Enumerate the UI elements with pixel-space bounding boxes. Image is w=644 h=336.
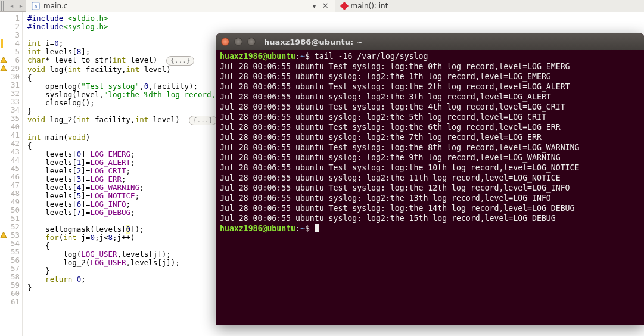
nav-right-icon[interactable]: ▸ xyxy=(17,1,26,10)
code-line[interactable]: log(LOG_USER,levels[j]); xyxy=(27,250,225,259)
c-file-icon: c xyxy=(32,2,40,10)
code-line[interactable]: #include <stdio.h> xyxy=(27,14,225,23)
line-number[interactable]: 45 xyxy=(0,164,20,173)
code-line[interactable] xyxy=(27,300,225,309)
code-line[interactable] xyxy=(27,31,225,39)
line-number[interactable]: 54 xyxy=(0,239,20,248)
code-line[interactable]: levels[6]=LOG_INFO; xyxy=(27,200,225,209)
line-number[interactable]: 57 xyxy=(0,265,20,273)
code-line[interactable]: int levels[8]; xyxy=(27,48,225,56)
nav-left-icon[interactable]: ◂ xyxy=(7,1,17,10)
code-line[interactable]: levels[2]=LOG_CRIT; xyxy=(27,167,225,175)
code-area[interactable]: #include <stdio.h>#include<syslog.h> int… xyxy=(23,12,225,336)
code-line[interactable]: log_2(LOG_USER,levels[j]); xyxy=(27,259,225,267)
line-number[interactable]: 33 xyxy=(0,98,20,106)
diamond-icon xyxy=(340,1,348,10)
terminal-title: huaxz1986@ubuntu: ~ xyxy=(264,38,363,46)
warning-icon xyxy=(0,56,7,63)
line-number[interactable]: 61 xyxy=(0,298,20,306)
svg-marker-3 xyxy=(1,65,7,71)
line-number[interactable]: 44 xyxy=(0,156,20,164)
code-line[interactable]: void log(int facility,int level) xyxy=(27,66,225,74)
code-line[interactable]: #include<syslog.h> xyxy=(27,23,225,31)
tab-file-main-c[interactable]: c main.c ▾ ✕ xyxy=(26,0,335,12)
line-number[interactable]: 40 xyxy=(0,123,20,131)
svg-marker-2 xyxy=(1,57,7,63)
line-number[interactable]: 32 xyxy=(0,89,20,98)
line-number[interactable]: 31 xyxy=(0,81,20,89)
line-number[interactable]: 47 xyxy=(0,181,20,189)
code-line[interactable]: } xyxy=(27,284,225,292)
editor-tab-bar: ◂ ▸ c main.c ▾ ✕ main(): int xyxy=(0,0,644,12)
line-number[interactable]: 52 xyxy=(0,223,20,231)
tab-close-icon[interactable]: ✕ xyxy=(322,1,329,10)
code-line[interactable]: levels[3]=LOG_ERR; xyxy=(27,175,225,183)
terminal-cursor xyxy=(315,224,319,232)
tab-symbol-label: main(): int xyxy=(351,2,388,10)
code-line[interactable]: levels[4]=LOG_WARNING; xyxy=(27,183,225,192)
line-number[interactable]: 29 xyxy=(0,64,20,73)
window-maximize-icon[interactable] xyxy=(247,38,256,46)
code-line[interactable]: int main(void) xyxy=(27,133,225,142)
terminal-body[interactable]: huaxz1986@ubuntu:~$ tail -16 /var/log/sy… xyxy=(216,50,644,235)
code-line[interactable] xyxy=(27,125,225,133)
code-line[interactable]: openlog("Test syslog",0,facility); xyxy=(27,82,225,91)
code-line[interactable]: { xyxy=(27,74,225,82)
code-line[interactable]: return 0; xyxy=(27,275,225,284)
line-number[interactable]: 41 xyxy=(0,131,20,139)
line-number[interactable]: 50 xyxy=(0,206,20,214)
code-line[interactable]: } xyxy=(27,107,225,116)
line-number[interactable]: 34 xyxy=(0,106,20,114)
line-number[interactable]: 58 xyxy=(0,273,20,281)
code-line[interactable]: void log_2(int facility,int level) {...} xyxy=(27,116,225,125)
code-line[interactable]: levels[7]=LOG_DEBUG; xyxy=(27,209,225,217)
code-line[interactable]: levels[1]=LOG_ALERT; xyxy=(27,158,225,167)
code-line[interactable]: setlogmask(levels[0]); xyxy=(27,225,225,234)
code-line[interactable]: int i=0; xyxy=(27,39,225,48)
code-line[interactable] xyxy=(27,292,225,300)
line-number[interactable]: 43 xyxy=(0,148,20,156)
line-number-gutter[interactable]: 1234562930313233343540414243444546474849… xyxy=(0,12,23,336)
line-number[interactable]: 49 xyxy=(0,198,20,206)
line-number[interactable]: 55 xyxy=(0,248,20,256)
code-line[interactable]: levels[5]=LOG_NOTICE; xyxy=(27,192,225,200)
code-line[interactable]: closelog(); xyxy=(27,99,225,107)
code-line[interactable]: for(int j=0;j<8;j++) xyxy=(27,234,225,242)
line-number[interactable]: 6 xyxy=(0,56,20,64)
line-number[interactable]: 1 xyxy=(0,14,20,23)
code-line[interactable]: char* level_to_str(int level) {...} xyxy=(27,56,225,66)
code-line[interactable]: } xyxy=(27,267,225,275)
line-number[interactable]: 4 xyxy=(0,39,20,48)
code-line[interactable]: { xyxy=(27,142,225,150)
line-number[interactable]: 59 xyxy=(0,281,20,290)
terminal-titlebar[interactable]: huaxz1986@ubuntu: ~ xyxy=(216,33,644,50)
code-line[interactable]: levels[0]=LOG_EMERG; xyxy=(27,150,225,158)
window-close-icon[interactable] xyxy=(221,38,229,46)
code-line[interactable]: { xyxy=(27,242,225,250)
warning-icon xyxy=(0,64,7,71)
line-number[interactable]: 51 xyxy=(0,214,20,223)
svg-marker-4 xyxy=(1,232,7,238)
line-number[interactable]: 5 xyxy=(0,48,20,56)
window-minimize-icon[interactable] xyxy=(234,38,242,46)
svg-text:c: c xyxy=(35,3,38,9)
tabbar-grip[interactable] xyxy=(1,1,6,11)
terminal-window[interactable]: huaxz1986@ubuntu: ~ huaxz1986@ubuntu:~$ … xyxy=(216,33,644,325)
line-number[interactable]: 2 xyxy=(0,23,20,31)
tab-symbol-main[interactable]: main(): int xyxy=(335,0,644,12)
tab-file-label: main.c xyxy=(43,2,67,10)
line-number[interactable]: 30 xyxy=(0,73,20,81)
code-line[interactable]: syslog(level,"log:the %dth log record,le xyxy=(27,91,225,99)
line-number[interactable]: 60 xyxy=(0,290,20,298)
line-number[interactable]: 3 xyxy=(0,31,20,39)
line-number[interactable]: 46 xyxy=(0,173,20,181)
line-number[interactable]: 56 xyxy=(0,256,20,265)
tab-dropdown-icon[interactable]: ▾ xyxy=(313,2,316,10)
line-number[interactable]: 35 xyxy=(0,114,20,123)
warning-icon xyxy=(0,231,7,238)
line-number[interactable]: 48 xyxy=(0,189,20,198)
code-line[interactable] xyxy=(27,217,225,225)
line-number[interactable]: 42 xyxy=(0,139,20,148)
line-number[interactable]: 53 xyxy=(0,231,20,239)
